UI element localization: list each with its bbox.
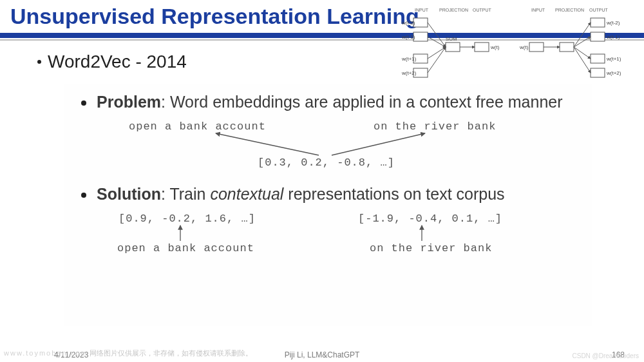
svg-line-8 (428, 47, 446, 59)
skip-out-2: w(t+1) (606, 56, 621, 62)
problem-label: Problem (97, 93, 161, 111)
solution-vector-right: [-1.9, -0.4, 0.1, …] (358, 213, 502, 225)
svg-rect-1 (413, 32, 428, 41)
problem-bullet: Problem: Word embeddings are applied in … (97, 93, 580, 111)
skip-out-3: w(t+2) (606, 70, 621, 76)
solution-text-suffix: representations on text corpus (283, 185, 504, 203)
cbow-col-input: INPUT (415, 8, 429, 12)
svg-rect-0 (413, 18, 428, 27)
skip-col-proj: PROJECTION (555, 8, 584, 12)
svg-rect-4 (446, 43, 460, 52)
svg-line-6 (428, 23, 446, 47)
cbow-col-output: OUTPUT (473, 8, 492, 12)
top-bullet: Word2Vec - 2014 (37, 52, 187, 72)
solution-text-italic: contextual (210, 185, 283, 203)
svg-rect-14 (591, 32, 605, 41)
solution-example: [0.9, -0.2, 1.6, …] [-1.9, -0.4, 0.1, …]… (64, 213, 592, 264)
watermark-left: www.toymoban.com 网络图片仅供展示，非存储，如有侵权请联系删除。 (4, 348, 253, 358)
svg-rect-12 (560, 43, 574, 52)
cbow-in-3: w(t+2) (401, 70, 417, 76)
cbow-in-1: w(t-1) (401, 34, 415, 40)
svg-line-19 (574, 37, 591, 47)
solution-text-prefix: : Train (161, 185, 210, 203)
svg-line-18 (574, 23, 591, 47)
watermark-right: CSDN @DreamCoders (572, 352, 639, 359)
solution-bullet: Solution: Train contextual representatio… (97, 185, 580, 204)
solution-vector-left: [0.9, -0.2, 1.6, …] (118, 213, 256, 225)
solution-phrase-left: open a bank account (117, 242, 254, 254)
problem-example: open a bank account on the river bank [0… (64, 118, 592, 176)
cbow-output-label: w(t) (490, 44, 500, 50)
svg-line-23 (332, 133, 425, 155)
watermark-text: 网络图片仅供展示，非存储，如有侵权请联系删除。 (88, 349, 252, 357)
content-card: Problem: Word embeddings are applied in … (64, 84, 592, 326)
svg-line-9 (428, 47, 446, 73)
problem-vector: [0.3, 0.2, -0.8, …] (258, 157, 395, 169)
solution-label: Solution (97, 185, 161, 203)
skip-out-0: w(t-2) (606, 20, 620, 26)
problem-phrase-left: open a bank account (129, 120, 266, 133)
cbow-diagram: INPUT PROJECTION OUTPUT w(t-2) w(t-1) w(… (401, 8, 500, 95)
svg-rect-5 (475, 43, 489, 52)
svg-line-7 (428, 37, 446, 47)
cbow-col-proj: PROJECTION (439, 8, 468, 12)
svg-rect-16 (591, 68, 605, 77)
watermark-site: www.toymoban.com (4, 349, 88, 357)
skip-out-1: w(t-1) (606, 34, 620, 40)
cbow-sum-label: SUM (446, 36, 457, 42)
skip-col-input: INPUT (531, 8, 545, 12)
skipgram-diagram: INPUT PROJECTION OUTPUT w(t) w(t-2) w(t-… (519, 8, 621, 95)
bullet-dot-icon (37, 60, 41, 64)
svg-rect-15 (591, 54, 605, 63)
problem-text: : Word embeddings are applied in a conte… (161, 93, 563, 111)
skip-col-output: OUTPUT (589, 8, 609, 12)
top-bullet-text: Word2Vec - 2014 (48, 52, 187, 71)
cbow-in-2: w(t+1) (401, 56, 417, 62)
solution-phrase-right: on the river bank (370, 242, 492, 254)
cbow-in-0: w(t-2) (401, 20, 415, 26)
svg-line-20 (574, 47, 591, 59)
problem-phrase-right: on the river bank (374, 120, 496, 133)
svg-rect-11 (529, 43, 544, 52)
svg-line-22 (216, 133, 319, 155)
skip-input-label: w(t) (519, 44, 529, 50)
svg-rect-13 (591, 18, 605, 27)
svg-line-21 (574, 47, 591, 73)
